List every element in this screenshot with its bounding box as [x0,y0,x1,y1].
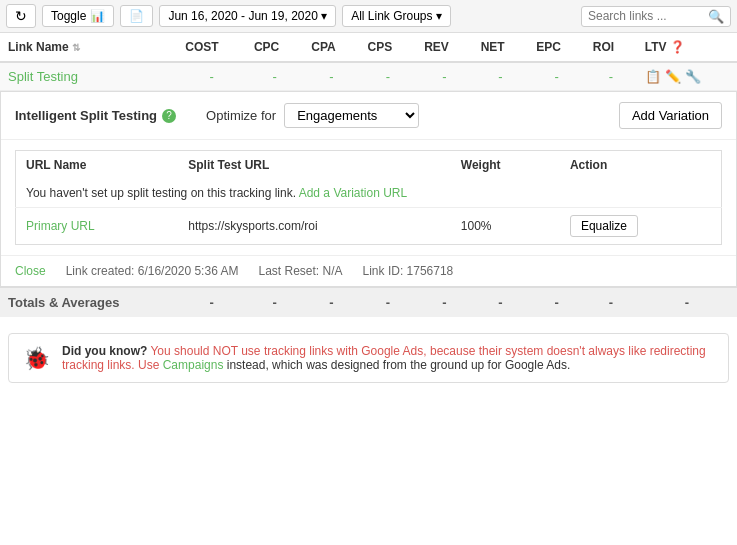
link-id: Link ID: 1756718 [363,264,454,278]
table-header-row: Link Name ⇅ COST CPC CPA CPS REV NET EPC… [0,33,737,62]
did-you-know-text: Did you know? You should NOT use trackin… [62,344,714,372]
bug-icon: 🐞 [23,346,50,372]
col-header-roi: ROI [585,33,637,62]
totals-roi: - [585,288,637,318]
split-testing-rev: - [416,62,473,91]
refresh-icon: ↻ [15,8,27,24]
split-testing-cost: - [177,62,246,91]
optimize-for-section: Optimize for Engagements Clicks Conversi… [206,103,419,128]
chevron-down-icon: ▾ [436,9,442,23]
col-header-epc: EPC [528,33,585,62]
split-table: URL Name Split Test URL Weight Action Yo… [15,150,722,245]
col-header-rev: REV [416,33,473,62]
toggle-label: Toggle [51,9,86,23]
link-groups-label: All Link Groups [351,9,432,23]
totals-cpc: - [246,288,303,318]
col-header-cpa: CPA [303,33,359,62]
col-header-cost: COST [177,33,246,62]
col-header-ltv: LTV ❓ [637,33,737,62]
split-testing-roi: - [585,62,637,91]
primary-url-weight: 100% [451,208,560,245]
doc-button[interactable]: 📄 [120,5,153,27]
date-range-button[interactable]: Jun 16, 2020 - Jun 19, 2020 ▾ [159,5,336,27]
sort-icon: ⇅ [72,42,80,53]
doc-icon: 📄 [129,9,144,23]
totals-cps: - [360,288,417,318]
notice-cell: You haven't set up split testing on this… [16,179,722,208]
edit-icon[interactable]: ✏️ [665,69,681,84]
expanded-row: Intelligent Split Testing ? Optimize for… [0,91,737,288]
toggle-button[interactable]: Toggle 📊 [42,5,114,27]
primary-url-link[interactable]: Primary URL [26,219,95,233]
add-variation-button[interactable]: Add Variation [619,102,722,129]
campaigns-link[interactable]: Campaigns [163,358,227,372]
totals-rev: - [416,288,473,318]
search-icon: 🔍 [708,9,724,24]
split-testing-name[interactable]: Split Testing [0,62,177,91]
split-col-split-test-url: Split Test URL [178,151,451,180]
totals-cost: - [177,288,246,318]
date-range-label: Jun 16, 2020 - Jun 19, 2020 [168,9,317,23]
split-testing-cps: - [360,62,417,91]
totals-ltv: - [637,288,737,318]
equalize-button[interactable]: Equalize [570,215,638,237]
bar-chart-icon: 📊 [90,9,105,23]
add-variation-url-link[interactable]: Add a Variation URL [299,186,408,200]
did-you-know-title: Did you know? [62,344,147,358]
split-testing-net: - [473,62,529,91]
split-col-url-name: URL Name [16,151,179,180]
split-testing-row-icons: 📋 ✏️ 🔧 [637,62,737,91]
chevron-down-icon: ▾ [321,9,327,23]
copy-icon[interactable]: 📋 [645,69,661,84]
primary-url-action: Equalize [560,208,722,245]
totals-row: Totals & Averages - - - - - - - - - [0,288,737,318]
split-testing-row: Split Testing - - - - - - - - 📋 ✏️ 🔧 [0,62,737,91]
help-icon[interactable]: ❓ [670,40,685,54]
col-header-cpc: CPC [246,33,303,62]
expanded-header: Intelligent Split Testing ? Optimize for… [1,92,736,140]
link-created: Link created: 6/16/2020 5:36 AM [66,264,239,278]
did-you-know-section: 🐞 Did you know? You should NOT use track… [8,333,729,383]
split-table-header: URL Name Split Test URL Weight Action [16,151,722,180]
wrench-icon[interactable]: 🔧 [685,69,701,84]
search-input[interactable] [588,9,708,23]
optimize-select[interactable]: Engagements Clicks Conversions [284,103,419,128]
split-col-weight: Weight [451,151,560,180]
expanded-title: Intelligent Split Testing [15,108,157,123]
col-header-cps: CPS [360,33,417,62]
close-link[interactable]: Close [15,264,46,278]
split-col-action: Action [560,151,722,180]
search-box: 🔍 [581,6,731,27]
totals-cpa: - [303,288,359,318]
totals-net: - [473,288,529,318]
primary-url-value: https://skysports.com/roi [178,208,451,245]
split-testing-epc: - [528,62,585,91]
main-table: Link Name ⇅ COST CPC CPA CPS REV NET EPC… [0,33,737,317]
expanded-section: Intelligent Split Testing ? Optimize for… [0,91,737,287]
expanded-help-icon[interactable]: ? [162,109,176,123]
split-table-wrapper: URL Name Split Test URL Weight Action Yo… [1,140,736,255]
primary-url-row: Primary URL https://skysports.com/roi 10… [16,208,722,245]
col-header-net: NET [473,33,529,62]
totals-label: Totals & Averages [0,288,177,318]
split-testing-cpc: - [246,62,303,91]
primary-url-name: Primary URL [16,208,179,245]
totals-epc: - [528,288,585,318]
refresh-button[interactable]: ↻ [6,4,36,28]
link-groups-button[interactable]: All Link Groups ▾ [342,5,451,27]
split-testing-cpa: - [303,62,359,91]
did-you-know-body2: instead, which was designed from the gro… [227,358,571,372]
expanded-footer: Close Link created: 6/16/2020 5:36 AM La… [1,255,736,286]
last-reset: Last Reset: N/A [258,264,342,278]
notice-row: You haven't set up split testing on this… [16,179,722,208]
col-header-link-name[interactable]: Link Name ⇅ [0,33,177,62]
optimize-label: Optimize for [206,108,276,123]
toolbar: ↻ Toggle 📊 📄 Jun 16, 2020 - Jun 19, 2020… [0,0,737,33]
notice-text: You haven't set up split testing on this… [26,186,296,200]
